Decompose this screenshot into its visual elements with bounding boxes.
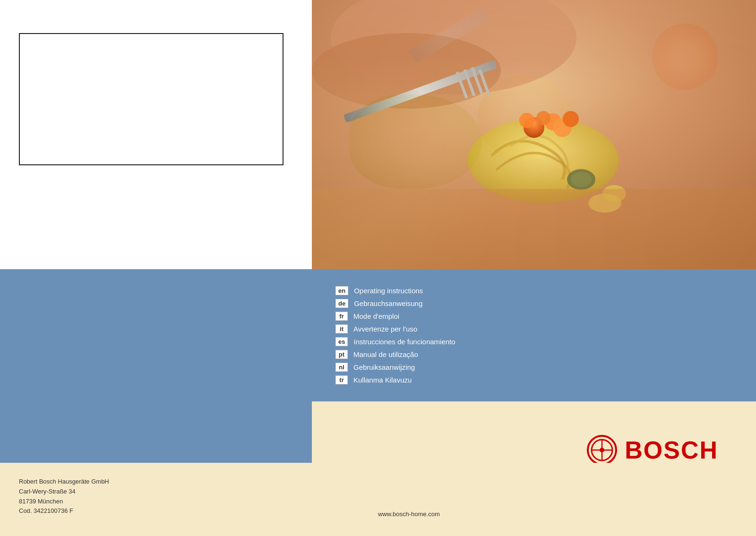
svg-point-11 bbox=[536, 111, 550, 125]
lang-badge-de: de bbox=[335, 299, 348, 308]
lang-label-de: Gebrauchsanweisung bbox=[354, 299, 422, 307]
footer-company-3: 81739 München bbox=[19, 497, 109, 507]
language-row-fr: frMode d'emploi bbox=[335, 312, 732, 321]
svg-point-14 bbox=[563, 111, 579, 127]
lang-label-es: Instrucciones de funcionamiento bbox=[353, 338, 455, 346]
food-photo-canvas bbox=[312, 0, 756, 269]
lang-label-it: Avvertenze per l'uso bbox=[353, 325, 417, 333]
footer-company-2: Carl-Wery-Straße 34 bbox=[19, 487, 109, 497]
food-svg bbox=[312, 0, 756, 269]
lang-badge-es: es bbox=[335, 337, 348, 346]
language-row-en: enOperating instructions bbox=[335, 286, 732, 295]
footer-content: Robert Bosch Hausgeräte GmbH Carl-Wery-S… bbox=[0, 463, 756, 536]
bosch-logo: BOSCH bbox=[587, 435, 718, 465]
page-layout: enOperating instructionsdeGebrauchsanwei… bbox=[0, 0, 756, 536]
footer-url-text: www.bosch-home.com bbox=[378, 510, 440, 518]
lang-badge-fr: fr bbox=[335, 312, 348, 321]
lang-badge-tr: tr bbox=[335, 375, 348, 384]
language-row-it: itAvvertenze per l'uso bbox=[335, 324, 732, 333]
svg-rect-19 bbox=[312, 189, 756, 269]
footer-company-4: Cod. 3422100736 F bbox=[19, 506, 109, 516]
footer-address: Robert Bosch Hausgeräte GmbH Carl-Wery-S… bbox=[0, 463, 109, 536]
top-left-panel bbox=[0, 0, 312, 269]
language-row-es: esInstrucciones de funcionamiento bbox=[335, 337, 732, 346]
language-row-pt: ptManual de utilização bbox=[335, 350, 732, 359]
lang-label-nl: Gebruiksaanwijzing bbox=[353, 363, 415, 371]
lang-badge-nl: nl bbox=[335, 363, 348, 372]
lang-label-pt: Manual de utilização bbox=[353, 350, 418, 358]
svg-point-13 bbox=[519, 113, 534, 128]
footer-company-1: Robert Bosch Hausgeräte GmbH bbox=[19, 477, 109, 487]
footer-strip: Robert Bosch Hausgeräte GmbH Carl-Wery-S… bbox=[0, 463, 756, 536]
lang-badge-en: en bbox=[335, 286, 348, 295]
lang-label-tr: Kullanma Kilavuzu bbox=[353, 376, 412, 384]
language-list: enOperating instructionsdeGebrauchsanwei… bbox=[312, 269, 756, 401]
lang-badge-it: it bbox=[335, 324, 348, 333]
top-right-photo bbox=[312, 0, 756, 269]
svg-point-16 bbox=[571, 172, 592, 187]
svg-point-24 bbox=[600, 448, 604, 452]
lang-label-fr: Mode d'emploi bbox=[353, 312, 399, 320]
lang-badge-pt: pt bbox=[335, 350, 348, 359]
footer-website: www.bosch-home.com bbox=[378, 510, 440, 519]
bosch-brand-name: BOSCH bbox=[625, 436, 718, 464]
language-row-nl: nlGebruiksaanwijzing bbox=[335, 363, 732, 372]
language-row-tr: trKullanma Kilavuzu bbox=[335, 375, 732, 384]
bosch-circle-icon bbox=[587, 435, 617, 465]
language-row-de: deGebrauchsanweisung bbox=[335, 299, 732, 308]
lang-label-en: Operating instructions bbox=[354, 287, 423, 295]
bordered-content-box bbox=[19, 33, 284, 165]
